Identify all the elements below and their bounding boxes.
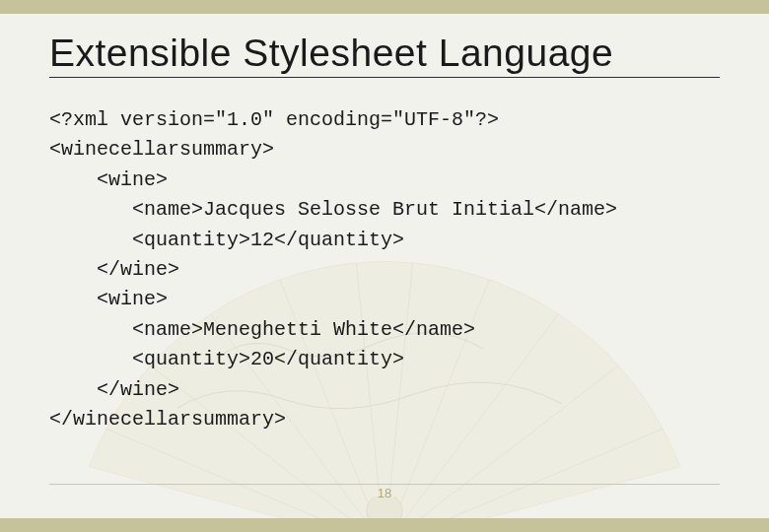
title-rule xyxy=(49,77,720,78)
slide-content: Extensible Stylesheet Language <?xml ver… xyxy=(0,14,769,434)
slide: Extensible Stylesheet Language <?xml ver… xyxy=(0,0,769,532)
svg-line-9 xyxy=(384,428,665,532)
svg-line-0 xyxy=(104,428,384,532)
slide-title: Extensible Stylesheet Language xyxy=(49,32,720,75)
xml-code-block: <?xml version="1.0" encoding="UTF-8"?> <… xyxy=(49,105,720,434)
footer-rule xyxy=(49,484,720,485)
page-number: 18 xyxy=(0,486,769,500)
